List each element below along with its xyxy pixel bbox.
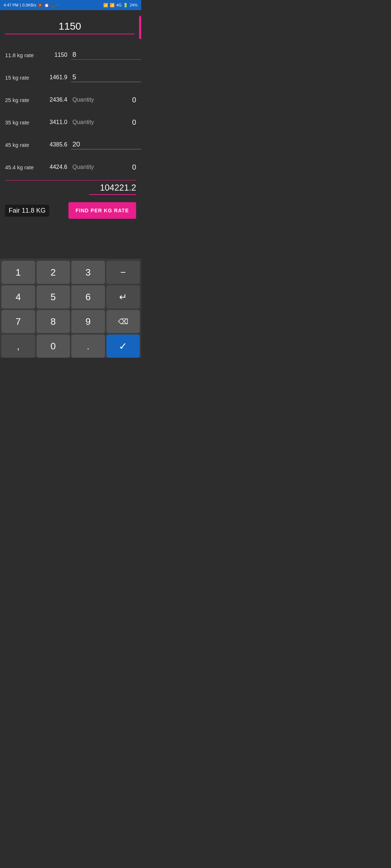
fair-label: Fair 11.8 KG — [5, 205, 49, 217]
bottom-row: Fair 11.8 KG FIND PER KG RATE — [5, 202, 136, 219]
quantity-input[interactable] — [71, 140, 141, 149]
network-info: 0.0KB/s — [22, 3, 37, 7]
price-input[interactable] — [5, 21, 135, 34]
numpad-digit-key[interactable]: 2 — [37, 261, 70, 284]
4g-icon: 4G — [116, 3, 122, 7]
numpad-backspace-key[interactable]: ⌫ — [106, 310, 140, 333]
battery-icon: 🔋 — [123, 3, 128, 8]
rate-row: 45 kg rate4385.687711.9 — [5, 135, 136, 154]
numpad-confirm-key[interactable]: ✓ — [106, 335, 140, 358]
row-total: 0 — [104, 118, 136, 127]
numpad-special-key[interactable]: ↵ — [106, 285, 140, 309]
numpad-row: 789⌫ — [1, 310, 140, 333]
rate-row: 25 kg rate2436.4Quantity0 — [5, 90, 136, 109]
grand-total-line: 104221.2 — [5, 180, 136, 195]
row-total: 0 — [104, 163, 136, 171]
time: 4:47 PM — [4, 3, 18, 7]
numpad-digit-key[interactable]: 9 — [71, 310, 105, 333]
signal-icon: 📶 — [110, 3, 115, 8]
quantity-placeholder[interactable]: Quantity — [71, 164, 104, 170]
rate-label: 15 kg rate — [5, 75, 45, 81]
numpad-row: ,0.✓ — [1, 335, 140, 358]
numpad-row: 123− — [1, 261, 140, 284]
rate-row: 35 kg rate3411.0Quantity0 — [5, 113, 136, 132]
status-bar: 4:47 PM | 0.0KB/s 🔕 ⏰ 🎧 · 📶 📶 4G 🔋 24% — [0, 0, 141, 10]
status-right: 📶 📶 4G 🔋 24% — [103, 3, 138, 8]
rate-value: 4385.6 — [45, 141, 71, 148]
rate-label: 25 kg rate — [5, 97, 45, 103]
numpad-digit-key[interactable]: 1 — [1, 261, 35, 284]
wifi-icon: 📶 — [103, 3, 108, 8]
rate-row: 11.8 kg rate11509200.0 — [5, 46, 136, 64]
add-rate-button[interactable]: ADD RATE — [139, 16, 141, 39]
numpad-digit-key[interactable]: 4 — [1, 285, 35, 309]
numpad-digit-key[interactable]: 8 — [37, 310, 70, 333]
numpad-digit-key[interactable]: 6 — [71, 285, 105, 309]
numpad: 123−456↵789⌫,0.✓ — [0, 259, 141, 358]
numpad-digit-key[interactable]: 5 — [37, 285, 70, 309]
row-total: 0 — [104, 96, 136, 104]
rate-row: 15 kg rate1461.97309.3 — [5, 68, 136, 87]
status-left: 4:47 PM | 0.0KB/s 🔕 ⏰ 🎧 · — [4, 3, 58, 8]
quantity-placeholder[interactable]: Quantity — [71, 119, 104, 125]
numpad-row: 456↵ — [1, 285, 140, 309]
main-content: ADD RATE 11.8 kg rate11509200.015 kg rat… — [0, 10, 141, 259]
alarm-icon: 🔕 — [38, 3, 43, 8]
clock-icon: ⏰ — [44, 3, 49, 8]
find-per-kg-rate-button[interactable]: FIND PER KG RATE — [68, 202, 136, 219]
quantity-input[interactable] — [71, 73, 141, 82]
rate-rows-container: 11.8 kg rate11509200.015 kg rate1461.973… — [5, 46, 136, 176]
numpad-digit-key[interactable]: . — [71, 335, 105, 358]
numpad-digit-key[interactable]: 3 — [71, 261, 105, 284]
rate-value: 4424.6 — [45, 164, 71, 170]
rate-value: 1461.9 — [45, 74, 71, 81]
headphone-icon: 🎧 — [51, 3, 56, 8]
numpad-special-key[interactable]: − — [106, 261, 140, 284]
rate-label: 45.4 kg rate — [5, 164, 45, 170]
rate-label: 11.8 kg rate — [5, 52, 45, 58]
numpad-digit-key[interactable]: 7 — [1, 310, 35, 333]
numpad-digit-key[interactable]: 0 — [37, 335, 70, 358]
rate-value: 1150 — [45, 52, 71, 58]
top-row: ADD RATE — [5, 16, 136, 39]
network-speed: | — [20, 3, 21, 7]
rate-label: 35 kg rate — [5, 119, 45, 125]
grand-total: 104221.2 — [89, 183, 136, 195]
rate-label: 45 kg rate — [5, 142, 45, 148]
checkmark-icon: ✓ — [119, 340, 127, 352]
quantity-input[interactable] — [71, 51, 141, 60]
rate-value: 3411.0 — [45, 119, 71, 125]
rate-row: 45.4 kg rate4424.6Quantity0 — [5, 158, 136, 176]
battery-percent: 24% — [130, 3, 138, 7]
quantity-placeholder[interactable]: Quantity — [71, 97, 104, 103]
rate-value: 2436.4 — [45, 97, 71, 103]
numpad-special-key[interactable]: , — [1, 335, 35, 358]
dot-icon: · — [57, 3, 58, 7]
